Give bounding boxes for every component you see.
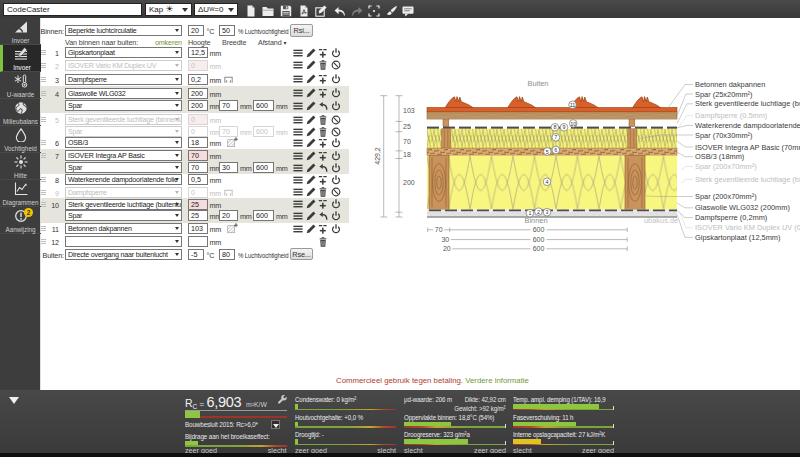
drag-handle-icon[interactable] (41, 190, 46, 196)
layer-option-icon[interactable] (223, 74, 237, 85)
layer-option-icon[interactable] (227, 137, 241, 148)
menu-icon[interactable] (293, 74, 303, 84)
material-select[interactable]: Sterk geventileerde luchtlage (buitenluc… (65, 199, 182, 210)
collapse-results-icon[interactable] (9, 397, 19, 404)
material-select[interactable]: Spar (65, 100, 182, 111)
pencil-icon[interactable] (306, 101, 316, 111)
power-icon[interactable] (331, 211, 341, 221)
hoogte-input[interactable] (188, 47, 208, 58)
material-select[interactable]: Spar (65, 162, 182, 173)
material-select[interactable]: Spar (65, 126, 182, 137)
power-icon[interactable] (331, 48, 341, 58)
pencil-icon[interactable] (306, 163, 316, 173)
pencil-icon[interactable] (306, 138, 316, 148)
breedte-input[interactable] (219, 100, 238, 111)
hoogte-input[interactable] (188, 100, 208, 111)
hoogte-input[interactable] (188, 126, 208, 137)
wrench-icon[interactable] (277, 395, 287, 405)
pencil-icon[interactable] (306, 224, 316, 234)
hoogte-input[interactable] (188, 162, 208, 173)
hoogte-input[interactable] (188, 114, 208, 125)
pencil-icon[interactable] (306, 60, 316, 70)
binnen-condition-select[interactable]: Beperkte luchtcirculatie (65, 25, 182, 36)
hoogte-input[interactable] (188, 199, 208, 210)
rse-button[interactable]: Rse... (290, 248, 313, 261)
insert-icon[interactable] (318, 74, 328, 84)
pencil-icon[interactable] (306, 211, 316, 221)
hoogte-input[interactable] (188, 74, 208, 85)
power-icon[interactable] (331, 88, 341, 98)
power-icon[interactable] (331, 151, 341, 161)
undo-icon[interactable] (318, 163, 328, 173)
menu-icon[interactable] (293, 224, 303, 234)
insert-icon[interactable] (318, 151, 328, 161)
menu-icon[interactable] (293, 175, 303, 185)
drag-handle-icon[interactable] (41, 177, 46, 183)
breedte-input[interactable] (219, 210, 238, 221)
hoogte-input[interactable] (188, 187, 208, 198)
pencil-icon[interactable] (306, 115, 316, 125)
hoogte-input[interactable] (188, 174, 208, 185)
pencil-icon[interactable] (306, 187, 316, 197)
hoogte-input[interactable] (188, 88, 208, 99)
afstand-header[interactable]: Afstand ▾ (258, 38, 286, 47)
ban-icon[interactable] (331, 187, 341, 197)
trash-icon[interactable] (318, 187, 328, 197)
drag-handle-icon[interactable] (41, 239, 46, 245)
bouwbesluit-dropdown[interactable] (271, 420, 280, 429)
insert-icon[interactable] (318, 199, 328, 209)
menu-icon[interactable] (293, 60, 303, 70)
power-icon[interactable] (331, 199, 341, 209)
pdf-export-button[interactable] (298, 3, 310, 15)
sidebar-item-hitte[interactable]: Hitte (0, 153, 41, 180)
material-select[interactable]: Spar (65, 210, 182, 221)
afstand-input[interactable] (253, 162, 274, 173)
hoogte-input[interactable] (188, 236, 208, 247)
material-select[interactable]: Gipskartonplaat (65, 47, 182, 58)
afstand-input[interactable] (253, 126, 274, 137)
pencil-icon[interactable] (306, 199, 316, 209)
power-icon[interactable] (331, 101, 341, 111)
drag-handle-icon[interactable] (41, 226, 46, 232)
power-icon[interactable] (331, 224, 341, 234)
buiten-condition-select[interactable]: Directe overgang naar buitenlucht (65, 249, 182, 260)
drag-handle-icon[interactable] (41, 117, 46, 123)
ban-icon[interactable] (331, 127, 341, 137)
trash-icon[interactable] (318, 127, 328, 137)
undo-icon[interactable] (318, 101, 328, 111)
layer-option-icon[interactable] (227, 223, 241, 234)
drag-handle-icon[interactable] (41, 153, 46, 159)
material-select[interactable]: Betonnen dakpannen (65, 223, 182, 234)
drag-handle-icon[interactable] (41, 91, 46, 97)
material-select[interactable]: ISOVER Vario KM Duplex UV (65, 60, 182, 71)
breedte-input[interactable] (219, 162, 238, 173)
feedback-button[interactable] (402, 3, 414, 15)
hatch-icon[interactable] (227, 137, 238, 148)
staple-icon[interactable] (223, 187, 234, 198)
staple-icon[interactable] (223, 74, 234, 85)
rsi-button[interactable]: Rsi... (290, 24, 313, 37)
menu-icon[interactable] (293, 138, 303, 148)
menu-icon[interactable] (293, 88, 303, 98)
redo-button[interactable] (351, 3, 363, 15)
menu-icon[interactable] (293, 101, 303, 111)
sidebar-item-u-waarde[interactable]: U-waarde (0, 72, 41, 99)
ban-icon[interactable] (331, 60, 341, 70)
breedte-input[interactable] (219, 126, 238, 137)
delta-u-select[interactable]: ΔUW=0 (194, 3, 238, 16)
insert-icon[interactable] (318, 48, 328, 58)
sidebar-item-vochtigheid[interactable]: Vochtigheid (0, 126, 41, 153)
pencil-icon[interactable] (306, 74, 316, 84)
material-select[interactable]: OSB/3 (65, 137, 182, 148)
new-document-button[interactable] (245, 3, 257, 15)
buiten-temp-input[interactable] (188, 249, 204, 260)
drag-handle-icon[interactable] (41, 202, 46, 208)
trash-icon[interactable] (318, 60, 328, 70)
sidebar-item-aanwijzing[interactable]: Aanwijzing 2 (0, 207, 41, 234)
material-select[interactable]: Dampfsperre (65, 74, 182, 85)
power-icon[interactable] (331, 163, 341, 173)
menu-icon[interactable] (293, 187, 303, 197)
pencil-icon[interactable] (306, 88, 316, 98)
sidebar-item-invoer[interactable]: Invoer (0, 45, 41, 72)
undo-button[interactable] (334, 3, 346, 15)
